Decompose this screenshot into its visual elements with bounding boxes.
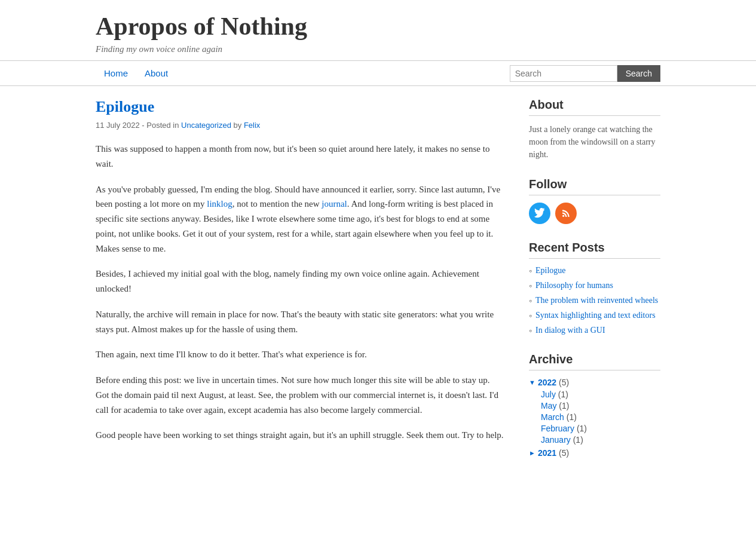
follow-icons xyxy=(529,203,660,224)
main-content: Epilogue 11 July 2022 - Posted in Uncate… xyxy=(96,98,505,474)
archive-month-link[interactable]: February xyxy=(541,424,574,433)
search-form: Search xyxy=(510,65,660,82)
site-title: Apropos of Nothing xyxy=(96,12,660,41)
recent-post-item: Syntax highlighting and text editors xyxy=(529,311,660,321)
post-author[interactable]: Felix xyxy=(244,121,260,130)
archive-month-item: January (1) xyxy=(541,435,660,445)
post-paragraph: Naturally, the archive will remain in pl… xyxy=(96,307,505,337)
archive-year-count: (5) xyxy=(559,448,569,458)
archive-month-count: (1) xyxy=(574,424,587,433)
nav-home[interactable]: Home xyxy=(96,61,136,85)
recent-post-item: Epilogue xyxy=(529,266,660,276)
archive-month-count: (1) xyxy=(564,412,577,422)
post-category[interactable]: Uncategorized xyxy=(181,121,231,130)
linklog-link[interactable]: linklog xyxy=(207,199,232,209)
archive-month-item: February (1) xyxy=(541,424,660,433)
post-paragraph: Besides, I achieved my initial goal with… xyxy=(96,266,505,296)
collapse-icon: ▼ xyxy=(529,379,535,386)
recent-post-link[interactable]: Epilogue xyxy=(535,266,566,275)
sidebar-about-text: Just a lonely orange cat watching the mo… xyxy=(529,123,660,161)
archive-month-link[interactable]: January xyxy=(541,435,571,445)
journal-link[interactable]: journal xyxy=(322,199,347,209)
site-subtitle: Finding my own voice online again xyxy=(96,44,660,54)
post-paragraph: As you've probably guessed, I'm ending t… xyxy=(96,182,505,256)
recent-post-item: Philosophy for humans xyxy=(529,281,660,291)
recent-post-link[interactable]: In dialog with a GUI xyxy=(535,326,605,335)
archive-month-item: March (1) xyxy=(541,412,660,422)
archive-year-item: ► 2021 (5) xyxy=(529,448,660,458)
svg-point-0 xyxy=(562,215,564,217)
post-meta: 11 July 2022 - Posted in Uncategorized b… xyxy=(96,121,505,130)
recent-post-link[interactable]: Syntax highlighting and text editors xyxy=(535,311,656,320)
post-body: This was supposed to happen a month from… xyxy=(96,142,505,443)
archive-year-item: ▼ 2022 (5)July (1)May (1)March (1)Februa… xyxy=(529,378,660,445)
sidebar-archive-section: Archive ▼ 2022 (5)July (1)May (1)March (… xyxy=(529,353,660,458)
post-title-link[interactable]: Epilogue xyxy=(96,98,154,115)
sidebar-recent-posts-heading: Recent Posts xyxy=(529,241,660,259)
post-paragraph: Then again, next time I'll know to do it… xyxy=(96,347,505,362)
nav-about[interactable]: About xyxy=(136,61,176,85)
post-paragraph: Good people have been working to set thi… xyxy=(96,428,505,443)
archive-year-row[interactable]: ▼ 2022 (5) xyxy=(529,378,660,387)
archive-year-row[interactable]: ► 2021 (5) xyxy=(529,448,660,458)
expand-icon: ► xyxy=(529,449,535,457)
archive-year-link[interactable]: 2022 xyxy=(538,378,556,387)
archive-month-link[interactable]: May xyxy=(541,401,556,411)
recent-post-link[interactable]: Philosophy for humans xyxy=(535,281,613,290)
twitter-icon[interactable] xyxy=(529,203,550,224)
sidebar-archive-heading: Archive xyxy=(529,353,660,370)
archive-month-link[interactable]: March xyxy=(541,412,564,422)
sidebar-recent-posts-section: Recent Posts EpiloguePhilosophy for huma… xyxy=(529,241,660,336)
sidebar-follow-section: Follow xyxy=(529,177,660,224)
post-paragraph: This was supposed to happen a month from… xyxy=(96,142,505,171)
post-paragraph: Before ending this post: we live in unce… xyxy=(96,373,505,417)
search-input[interactable] xyxy=(510,65,617,82)
archive-year-count: (5) xyxy=(559,378,569,387)
archive-month-count: (1) xyxy=(556,390,568,399)
sidebar-about-heading: About xyxy=(529,98,660,116)
archive-month-item: May (1) xyxy=(541,401,660,411)
archive-month-count: (1) xyxy=(556,401,569,411)
archive-months: July (1)May (1)March (1)February (1)Janu… xyxy=(529,390,660,445)
archive-month-count: (1) xyxy=(571,435,583,445)
recent-post-item: In dialog with a GUI xyxy=(529,326,660,336)
sidebar-about-section: About Just a lonely orange cat watching … xyxy=(529,98,660,161)
archive-month-link[interactable]: July xyxy=(541,390,556,399)
sidebar: About Just a lonely orange cat watching … xyxy=(529,98,660,474)
archive-year-link[interactable]: 2021 xyxy=(538,448,556,458)
archive-container: ▼ 2022 (5)July (1)May (1)March (1)Februa… xyxy=(529,378,660,458)
recent-post-item: The problem with reinvented wheels xyxy=(529,296,660,306)
sidebar-follow-heading: Follow xyxy=(529,177,660,195)
rss-icon[interactable] xyxy=(555,203,577,224)
search-button[interactable]: Search xyxy=(617,65,660,82)
recent-post-link[interactable]: The problem with reinvented wheels xyxy=(535,296,658,305)
archive-month-item: July (1) xyxy=(541,390,660,399)
recent-posts-list: EpiloguePhilosophy for humansThe problem… xyxy=(529,266,660,336)
